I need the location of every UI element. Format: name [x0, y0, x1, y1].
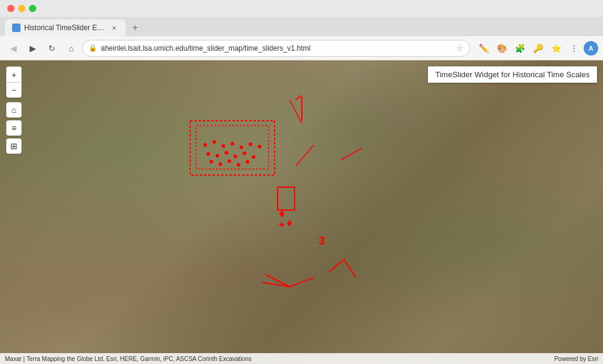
- zoom-controls: + −: [6, 66, 22, 98]
- back-icon: ◀: [10, 43, 17, 53]
- tab-bar: Historical TimeSlider Example ✕ +: [0, 17, 603, 36]
- map-attribution: Maxar | Terra Mapping the Globe Ltd, Esr…: [0, 353, 603, 364]
- new-tab-button[interactable]: +: [127, 19, 144, 36]
- map-container[interactable]: ♦ ♦ ✦ 3 + − ⌂ ≡ ⊞ TimeSlider Widget for …: [0, 60, 603, 364]
- home-map-button[interactable]: ⌂: [6, 102, 22, 118]
- attribution-text: Maxar | Terra Mapping the Globe Ltd, Esr…: [5, 356, 252, 362]
- extensions-button[interactable]: 🧩: [511, 40, 528, 57]
- map-controls: + − ⌂ ≡ ⊞: [6, 66, 22, 154]
- toolbar-right: ✏️ 🎨 🧩 🔑 ⭐ ⋮ A: [475, 40, 598, 57]
- close-window-button[interactable]: [7, 5, 14, 12]
- lock-icon: 🔒: [89, 44, 97, 52]
- reload-button[interactable]: ↻: [43, 40, 60, 57]
- profile-button[interactable]: A: [584, 41, 598, 56]
- browser-chrome: Historical TimeSlider Example ✕ + ◀ ▶ ↻ …: [0, 0, 603, 60]
- forward-icon: ▶: [30, 43, 36, 53]
- brush-tool-button[interactable]: ✏️: [475, 40, 492, 57]
- legend-button[interactable]: ≡: [6, 120, 22, 136]
- map-side-controls: ⌂ ≡ ⊞: [6, 102, 22, 154]
- home-icon: ⌂: [69, 43, 74, 53]
- terrain-overlay: [0, 60, 603, 364]
- zoom-out-button[interactable]: −: [6, 82, 22, 98]
- address-bar[interactable]: 🔒 aheinlei.lsait.lsa.umich.edu/time_slid…: [82, 40, 470, 57]
- powered-by-text: Powered by Esri: [554, 356, 598, 362]
- home-button[interactable]: ⌂: [63, 40, 80, 57]
- traffic-lights: [7, 5, 36, 12]
- star-button[interactable]: ⭐: [547, 40, 564, 57]
- toolbar: ◀ ▶ ↻ ⌂ 🔒 aheinlei.lsait.lsa.umich.edu/t…: [0, 36, 603, 60]
- zoom-in-button[interactable]: +: [6, 66, 22, 82]
- active-tab[interactable]: Historical TimeSlider Example ✕: [5, 19, 126, 36]
- back-button[interactable]: ◀: [5, 40, 22, 57]
- bookmark-icon[interactable]: ☆: [456, 43, 464, 53]
- forward-button[interactable]: ▶: [24, 40, 41, 57]
- url-text: aheinlei.lsait.lsa.umich.edu/time_slider…: [101, 44, 453, 53]
- title-bar: [0, 0, 603, 17]
- reload-icon: ↻: [48, 43, 56, 53]
- minimize-window-button[interactable]: [18, 5, 25, 12]
- lastpass-button[interactable]: 🔑: [529, 40, 546, 57]
- map-background: [0, 60, 603, 364]
- menu-button[interactable]: ⋮: [566, 40, 582, 57]
- basemap-button[interactable]: ⊞: [6, 138, 22, 154]
- tab-close-button[interactable]: ✕: [110, 24, 118, 32]
- tab-title: Historical TimeSlider Example: [24, 24, 106, 32]
- maximize-window-button[interactable]: [29, 5, 36, 12]
- timeslider-widget-label: TimeSlider Widget for Historical Time Sc…: [428, 66, 597, 83]
- tab-favicon: [12, 24, 21, 32]
- color-picker-button[interactable]: 🎨: [493, 40, 510, 57]
